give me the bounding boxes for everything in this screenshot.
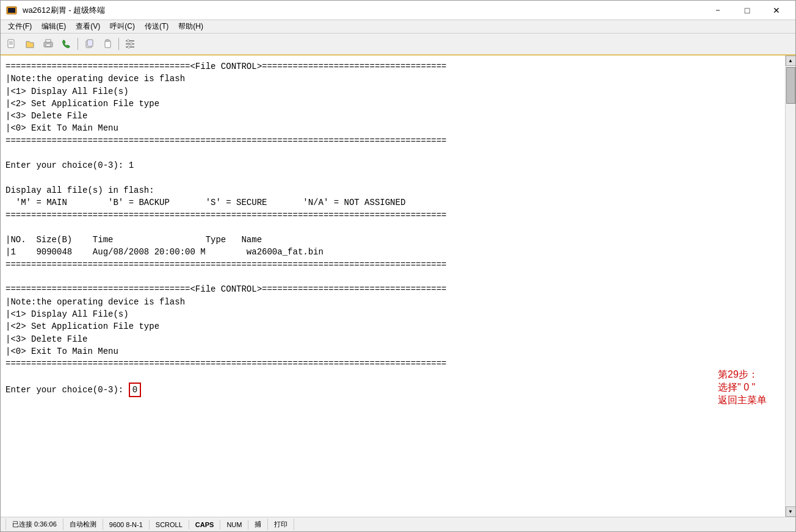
menu-bar: 文件(F) 编辑(E) 查看(V) 呼叫(C) 传送(T) 帮助(H) <box>1 20 795 34</box>
title-bar: _ wa2612刷胃 - 超级终端 － □ ✕ <box>1 1 795 20</box>
svg-point-16 <box>127 40 129 42</box>
menu-call[interactable]: 呼叫(C) <box>105 20 140 33</box>
annotation-text: 第29步：选择" 0 "返回主菜单 <box>718 369 767 405</box>
status-detect: 自动检测 <box>63 519 103 530</box>
scroll-up-button[interactable]: ▲ <box>786 56 796 66</box>
terminal-content: ====================================<Fil… <box>5 60 780 409</box>
menu-file[interactable]: 文件(F) <box>3 20 37 33</box>
svg-point-17 <box>130 43 132 45</box>
svg-rect-10 <box>87 40 93 46</box>
phone-button[interactable] <box>58 35 75 52</box>
scroll-thumb[interactable] <box>786 67 795 104</box>
main-window: _ wa2612刷胃 - 超级终端 － □ ✕ 文件(F) 编辑(E) 查看(V… <box>0 0 796 532</box>
menu-transfer[interactable]: 传送(T) <box>140 20 173 33</box>
svg-rect-8 <box>46 40 51 42</box>
open-button[interactable] <box>21 35 38 52</box>
window-controls: － □ ✕ <box>704 1 791 20</box>
svg-rect-11 <box>105 41 110 48</box>
terminal[interactable]: ====================================<Fil… <box>1 56 785 517</box>
paste-button[interactable] <box>99 35 116 52</box>
scroll-down-button[interactable]: ▼ <box>786 506 796 517</box>
close-button[interactable]: ✕ <box>762 1 791 20</box>
svg-rect-12 <box>106 40 109 41</box>
status-bar: 已连接 0:36:06 自动检测 9600 8-N-1 SCROLL CAPS … <box>1 517 795 531</box>
status-num: NUM <box>220 520 248 530</box>
input-highlight: 0 <box>129 383 141 397</box>
toolbar <box>1 34 795 56</box>
svg-rect-7 <box>46 44 51 46</box>
menu-edit[interactable]: 编辑(E) <box>37 20 71 33</box>
menu-help[interactable]: 帮助(H) <box>173 20 208 33</box>
minimize-button[interactable]: － <box>704 1 732 20</box>
menu-view[interactable]: 查看(V) <box>71 20 105 33</box>
window-title: wa2612刷胃 - 超级终端 <box>23 5 704 16</box>
annotation-block: 第29步：选择" 0 "返回主菜单 <box>718 368 767 407</box>
svg-point-18 <box>128 46 130 48</box>
settings-button[interactable] <box>121 35 139 52</box>
status-print: 打印 <box>268 519 294 530</box>
maximize-button[interactable]: □ <box>733 1 761 20</box>
app-icon: _ <box>5 4 18 16</box>
new-button[interactable] <box>3 35 20 52</box>
copy-button[interactable] <box>81 35 98 52</box>
status-capture: 捕 <box>248 519 268 530</box>
status-caps: CAPS <box>189 520 221 530</box>
print-button[interactable] <box>40 35 57 52</box>
status-scroll: SCROLL <box>150 520 189 530</box>
scrollbar[interactable]: ▲ ▼ <box>785 56 795 517</box>
content-area: ====================================<Fil… <box>1 56 795 517</box>
status-baud: 9600 8-N-1 <box>103 520 150 530</box>
toolbar-separator <box>78 38 78 50</box>
toolbar-separator2 <box>118 38 119 50</box>
status-connection: 已连接 0:36:06 <box>5 519 63 530</box>
